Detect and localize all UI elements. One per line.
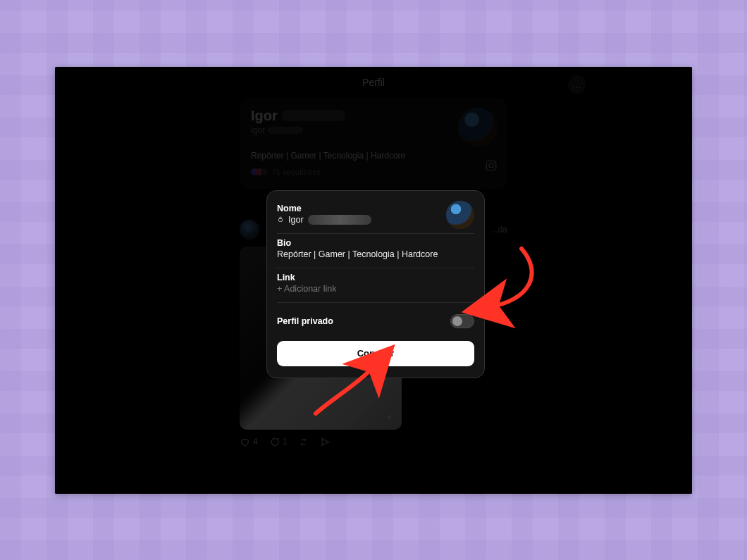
private-profile-label: Perfil privado bbox=[277, 316, 333, 326]
bio-label: Bio bbox=[277, 238, 474, 248]
page-frame: Perfil … Igor igor Repórter | Gamer | Te… bbox=[0, 0, 747, 560]
redaction-smudge bbox=[308, 215, 371, 225]
name-label: Nome bbox=[277, 204, 474, 213]
bio-value: Repórter | Gamer | Tecnologia | Hardcore bbox=[277, 249, 438, 259]
link-placeholder: + Adicionar link bbox=[277, 284, 474, 294]
toggle-knob bbox=[452, 316, 462, 326]
name-field[interactable]: Nome Igor bbox=[277, 199, 474, 234]
private-profile-toggle[interactable] bbox=[450, 314, 474, 328]
done-button[interactable]: Concluir bbox=[277, 341, 474, 366]
modal-avatar[interactable] bbox=[446, 201, 474, 229]
private-profile-row: Perfil privado bbox=[277, 303, 474, 331]
name-value: Igor bbox=[288, 215, 304, 225]
svg-rect-3 bbox=[279, 218, 283, 221]
screenshot-canvas: Perfil … Igor igor Repórter | Gamer | Te… bbox=[55, 67, 692, 494]
edit-profile-modal: Nome Igor Bio Repórter | Gamer | Tecnolo… bbox=[266, 190, 485, 378]
link-label: Link bbox=[277, 273, 474, 282]
link-field[interactable]: Link + Adicionar link bbox=[277, 268, 474, 303]
bio-field[interactable]: Bio Repórter | Gamer | Tecnologia | Hard… bbox=[277, 234, 474, 268]
lock-icon bbox=[277, 216, 284, 224]
